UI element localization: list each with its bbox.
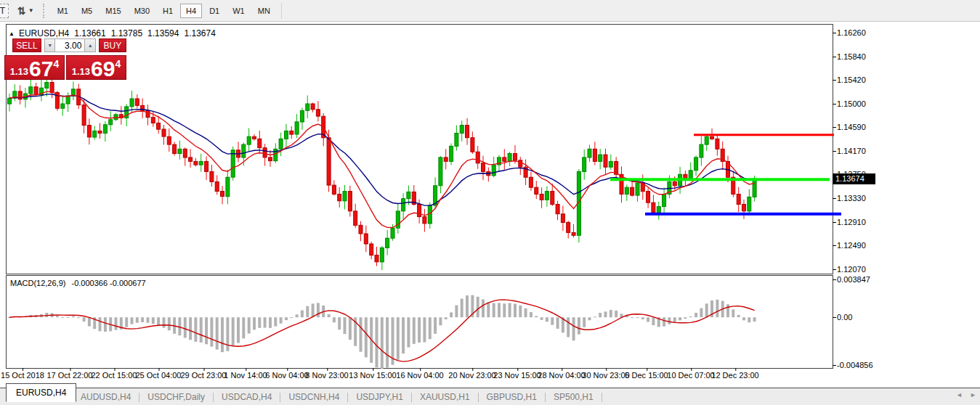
macd-label: MACD(12,26,9) -0.000366 -0.000677 — [10, 279, 146, 287]
price-axis-tick: 1.12070 — [837, 265, 866, 274]
ohlc-close: 1.13674 — [184, 28, 215, 38]
macd-values: -0.000366 -0.000677 — [71, 279, 145, 287]
volume-decrease-button[interactable]: ▼ — [44, 38, 56, 52]
ohlc-high: 1.13785 — [111, 28, 142, 38]
price-axis-tick: 1.15000 — [837, 99, 866, 108]
sell-button[interactable]: SELL — [12, 38, 41, 52]
mt4-window: { "toolbar": { "text_tool_label": "T", "… — [0, 0, 980, 405]
chart-title: ▲ EURUSD,H4 1.13661 1.13785 1.13594 1.13… — [9, 28, 221, 38]
ohlc-low: 1.13594 — [147, 28, 179, 38]
current-price-tag: 1.13674 — [833, 173, 875, 184]
price-axis-tick: 1.14590 — [837, 123, 866, 131]
collapse-triangle-icon[interactable]: ▲ — [9, 30, 15, 37]
macd-name: MACD(12,26,9) — [10, 279, 65, 287]
price-axis-tick: 1.13330 — [837, 194, 866, 202]
chevron-down-icon: ▼ — [28, 7, 34, 14]
ohlc-open: 1.13661 — [74, 28, 105, 38]
tab-eurusd-active[interactable]: EURUSD,H4 — [6, 383, 76, 402]
time-axis-label: 22 Oct 15:00 — [92, 371, 137, 380]
tab-usdchf-daily[interactable]: USDCHF,Daily — [139, 388, 213, 405]
timeframe-button-m30[interactable]: M30 — [129, 4, 155, 18]
time-axis-label: 29 Oct 23:00 — [181, 371, 227, 380]
macd-indicator-pane[interactable] — [6, 275, 833, 369]
toolbar-grip — [43, 4, 46, 18]
top-toolbar: T ⇅ ▼ M1M5M15M30H1H4D1W1MN — [0, 0, 980, 22]
price-axis-tick: 1.14170 — [837, 147, 866, 155]
tab-usdcad-h4[interactable]: USDCAD,H4 — [214, 388, 280, 405]
time-axis-label: 12 Dec 23:00 — [711, 371, 758, 380]
tab-sp500-h1[interactable]: SP500,H1 — [546, 388, 602, 405]
price-axis-tick: 1.15420 — [837, 75, 866, 84]
tabs-scroll-left-icon[interactable]: ◄ — [956, 391, 963, 398]
time-axis-label: 30 Nov 23:00 — [582, 371, 629, 380]
candlestick-chart[interactable] — [7, 25, 842, 274]
timeframe-button-m5[interactable]: M5 — [76, 4, 98, 18]
time-axis-label: 8 Nov 23:00 — [305, 371, 348, 380]
price-chart-pane[interactable] — [6, 24, 833, 274]
macd-axis-tick: 0.003847 — [837, 275, 870, 284]
volume-input[interactable]: 3.00 — [55, 38, 84, 52]
timeframe-button-m1[interactable]: M1 — [52, 4, 74, 18]
one-click-trading-panel: SELL ▼ 3.00 ▲ BUY 1.13 67 4 1.13 69 4 — [4, 38, 126, 80]
time-axis-label: 15 Oct 2018 — [1, 371, 44, 380]
arrows-tool-button[interactable]: ⇅ ▼ — [17, 5, 34, 17]
tab-usdcnh-h4[interactable]: USDCNH,H4 — [280, 388, 347, 405]
time-axis-label: 5 Dec 15:00 — [625, 371, 668, 380]
sell-price-big: 67 — [29, 60, 53, 78]
time-axis-label: 23 Nov 15:00 — [493, 371, 540, 380]
price-axis-tick: 1.16260 — [837, 28, 866, 37]
timeframe-button-h1[interactable]: H1 — [157, 4, 179, 18]
buy-price-button[interactable]: 1.13 69 4 — [66, 55, 126, 80]
time-axis-label: 13 Nov 15:00 — [349, 371, 396, 380]
toolbar-separator — [281, 3, 282, 19]
timeframe-button-w1[interactable]: W1 — [227, 4, 251, 18]
timeframe-button-m15[interactable]: M15 — [100, 4, 126, 18]
time-axis-label: 16 Nov 04:00 — [396, 371, 443, 380]
tabs-scroll-right-icon[interactable]: ► — [970, 391, 976, 398]
buy-button[interactable]: BUY — [99, 38, 126, 52]
macd-axis-tick: -0.004856 — [837, 361, 873, 369]
time-axis-label: 10 Dec 07:00 — [667, 371, 714, 380]
time-axis-label: 25 Oct 04:00 — [136, 371, 182, 380]
timeframe-button-mn[interactable]: MN — [252, 4, 276, 18]
macd-chart — [7, 276, 833, 368]
timeframe-button-h4[interactable]: H4 — [180, 4, 202, 18]
buy-price-pip: 4 — [115, 59, 121, 69]
tab-audusd-h4[interactable]: AUDUSD,H4 — [73, 388, 139, 405]
timeframe-toolbar: M1M5M15M30H1H4D1W1MN — [51, 0, 277, 21]
time-axis-label: 17 Oct 22:00 — [47, 371, 93, 380]
text-tool-icon[interactable]: T — [0, 4, 9, 18]
tab-gbpusd-h1[interactable]: GBPUSD,H1 — [479, 388, 545, 405]
volume-increase-button[interactable]: ▲ — [84, 38, 96, 52]
sell-price-pip: 4 — [53, 59, 59, 69]
price-axis-tick: 1.15840 — [837, 52, 866, 61]
tab-usdjpy-h1[interactable]: USDJPY,H1 — [348, 388, 410, 405]
chart-symbol: EURUSD,H4 — [19, 28, 69, 38]
sell-price-prefix: 1.13 — [10, 67, 28, 76]
tab-xauusd-h1[interactable]: XAUUSD,H1 — [412, 388, 478, 405]
tab-separator — [602, 393, 602, 402]
buy-price-big: 69 — [91, 60, 115, 78]
double-arrow-icon: ⇅ — [17, 5, 25, 17]
price-axis-tick: 1.12910 — [837, 218, 866, 226]
time-axis-label: 1 Nov 14:00 — [224, 371, 267, 380]
time-axis: 15 Oct 201817 Oct 22:0022 Oct 15:0025 Oc… — [0, 371, 980, 382]
time-axis-label: 6 Nov 04:00 — [265, 371, 308, 380]
inactive-tabs: AUDUSD,H4USDCHF,DailyUSDCAD,H4USDCNH,H4U… — [73, 388, 602, 405]
chart-tab-bar: EURUSD,H4 AUDUSD,H4USDCHF,DailyUSDCAD,H4… — [0, 388, 980, 405]
macd-axis-tick: 0.00 — [837, 313, 852, 322]
time-axis-label: 20 Nov 23:00 — [448, 371, 495, 380]
buy-price-prefix: 1.13 — [72, 67, 90, 76]
time-axis-label: 28 Nov 04:00 — [538, 371, 585, 380]
price-axis-tick: 1.12490 — [837, 241, 866, 250]
sell-price-button[interactable]: 1.13 67 4 — [4, 55, 65, 80]
timeframe-button-d1[interactable]: D1 — [203, 4, 225, 18]
